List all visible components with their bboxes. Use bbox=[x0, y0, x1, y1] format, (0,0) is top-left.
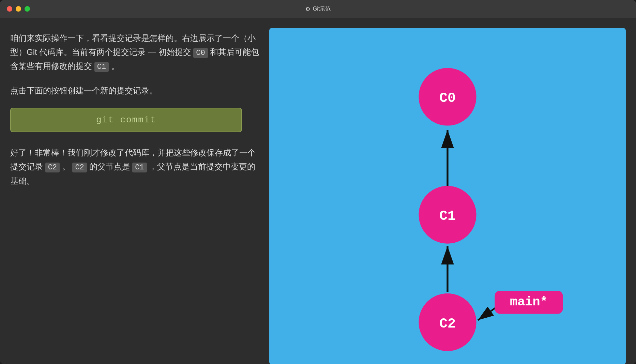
instruction-text-block: 点击下面的按钮创建一个新的提交记录。 bbox=[10, 84, 262, 98]
inline-code-c0: C0 bbox=[193, 48, 208, 58]
result-text-p1-mid: 。 bbox=[62, 162, 70, 171]
git-diagram: C0 C1 C2 main* bbox=[269, 28, 626, 364]
minimize-button[interactable] bbox=[16, 6, 21, 12]
window-title: ⚙ Git示范 bbox=[305, 5, 331, 13]
node-c2-label: C2 bbox=[439, 316, 456, 332]
left-panel: 咱们来实际操作一下，看看提交记录是怎样的。右边展示了一个（小型）Git 代码库。… bbox=[10, 28, 262, 364]
inline-code-c1: C1 bbox=[94, 62, 109, 72]
node-c1-label: C1 bbox=[439, 209, 456, 224]
intro-text-block: 咱们来实际操作一下，看看提交记录是怎样的。右边展示了一个（小型）Git 代码库。… bbox=[10, 31, 262, 74]
instruction-text: 点击下面的按钮创建一个新的提交记录。 bbox=[10, 86, 157, 95]
titlebar: ⚙ Git示范 bbox=[0, 0, 636, 18]
git-visualization-panel: C0 C1 C2 main* bbox=[269, 28, 626, 364]
inline-code-c2b: C2 bbox=[72, 163, 87, 172]
result-text-p1-mid2: 的父节点是 bbox=[89, 162, 133, 171]
inline-code-c1b: C1 bbox=[132, 163, 147, 172]
main-label-arrow bbox=[478, 306, 497, 320]
maximize-button[interactable] bbox=[25, 6, 30, 12]
close-button[interactable] bbox=[7, 6, 12, 12]
result-text-block: 好了！非常棒！我们刚才修改了代码库，并把这些修改保存成了一个提交记录 C2 。 … bbox=[10, 146, 262, 188]
gear-icon: ⚙ bbox=[305, 6, 310, 12]
intro-text-p1-end: 。 bbox=[111, 61, 119, 71]
main-label-text: main* bbox=[510, 295, 548, 309]
traffic-lights bbox=[7, 6, 30, 12]
app-window: ⚙ Git示范 咱们来实际操作一下，看看提交记录是怎样的。右边展示了一个（小型）… bbox=[0, 0, 636, 364]
git-commit-button[interactable]: git commit bbox=[10, 108, 242, 132]
node-c0-label: C0 bbox=[439, 91, 456, 106]
main-content: 咱们来实际操作一下，看看提交记录是怎样的。右边展示了一个（小型）Git 代码库。… bbox=[0, 18, 636, 364]
inline-code-c2a: C2 bbox=[45, 163, 60, 172]
